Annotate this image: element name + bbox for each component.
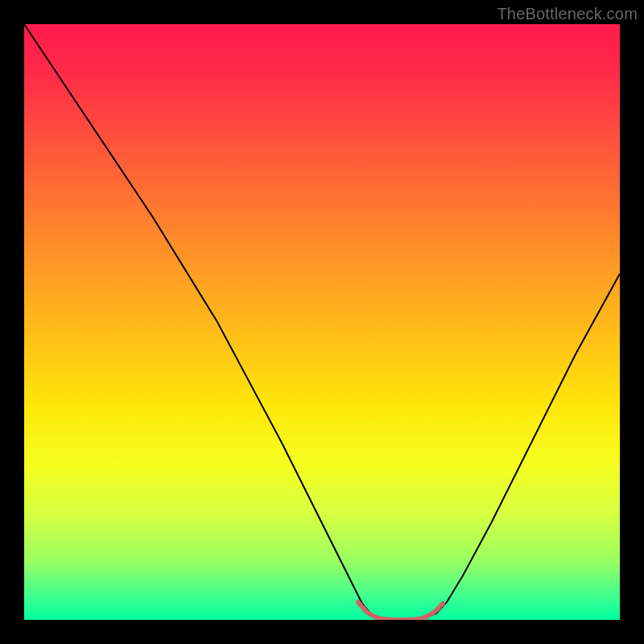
chart-frame: TheBottleneck.com (0, 0, 644, 644)
plot-area (24, 24, 620, 620)
bottleneck-curve (24, 24, 620, 619)
watermark-text: TheBottleneck.com (497, 5, 638, 23)
curve-svg (24, 24, 620, 620)
minimum-dash (358, 602, 443, 620)
